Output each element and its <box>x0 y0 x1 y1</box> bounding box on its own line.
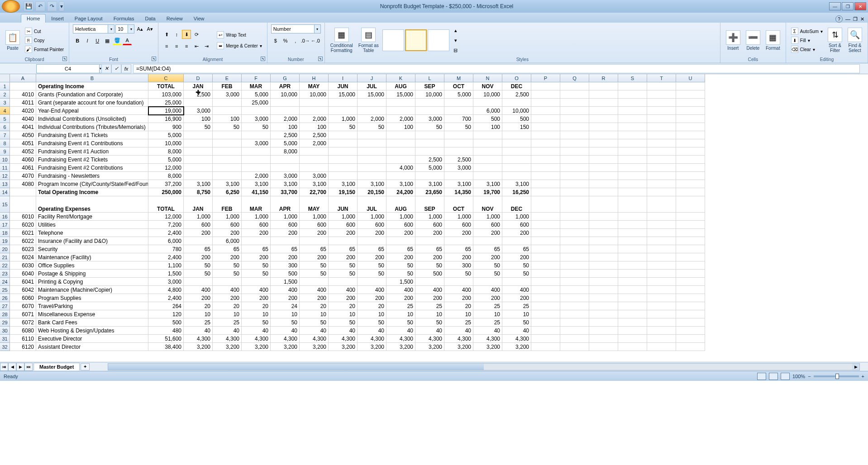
font-size-combo[interactable]: ▾ <box>115 24 134 33</box>
cell[interactable]: 8,000 <box>271 147 300 156</box>
cell[interactable]: 40 <box>358 327 386 335</box>
zoom-in-icon[interactable]: + <box>862 374 864 379</box>
row-header[interactable]: 1 <box>0 82 10 90</box>
cell[interactable] <box>676 90 705 99</box>
chevron-down-icon[interactable]: ▾ <box>315 24 321 33</box>
cell[interactable] <box>213 139 242 147</box>
cell[interactable]: 4,300 <box>213 335 242 343</box>
cell[interactable] <box>676 123 705 131</box>
cell[interactable]: 200 <box>300 229 329 237</box>
cell[interactable]: 200 <box>473 294 502 302</box>
cell[interactable]: 200 <box>415 253 444 261</box>
gallery-more-icon[interactable]: ⊟ <box>451 46 460 55</box>
page-break-view-icon[interactable] <box>781 373 790 380</box>
chevron-down-icon[interactable]: ▾ <box>108 24 114 33</box>
ribbon-minimize-icon[interactable]: — <box>845 16 850 22</box>
increase-indent-icon[interactable]: ⇥ <box>202 42 211 51</box>
cell[interactable] <box>531 172 560 180</box>
cell[interactable] <box>618 253 647 261</box>
cell[interactable] <box>560 294 589 302</box>
cell[interactable] <box>589 343 618 351</box>
cell[interactable]: 3,000 <box>184 107 213 115</box>
cell[interactable]: 10 <box>473 310 502 318</box>
cell[interactable] <box>560 156 589 164</box>
cell[interactable] <box>589 180 618 188</box>
cell[interactable]: 50 <box>271 318 300 327</box>
cell[interactable]: 6023 <box>10 245 36 253</box>
cell[interactable]: 3,200 <box>213 343 242 351</box>
cell[interactable]: 4011 <box>10 99 36 107</box>
cell[interactable] <box>531 156 560 164</box>
row-header[interactable]: 29 <box>0 318 10 327</box>
cell[interactable]: Security <box>36 245 148 253</box>
clear-button[interactable]: ⌫Clear▾ <box>790 45 824 53</box>
cell[interactable]: 4,800 <box>148 286 184 294</box>
cell[interactable]: 3,000 <box>300 172 329 180</box>
cell[interactable]: 3,000 <box>415 115 444 123</box>
cell[interactable]: 2,400 <box>148 294 184 302</box>
cell[interactable]: 4,000 <box>386 164 415 172</box>
tab-view[interactable]: View <box>188 14 210 23</box>
select-all-corner[interactable] <box>0 74 10 82</box>
cell[interactable]: 50 <box>242 261 271 270</box>
cell[interactable] <box>300 99 329 107</box>
cell[interactable]: MAY <box>300 196 329 213</box>
font-color-button[interactable]: A <box>123 36 132 45</box>
cell[interactable] <box>647 90 676 99</box>
sort-filter-button[interactable]: ⇅Sort & Filter <box>826 27 844 54</box>
cell[interactable]: 600 <box>300 221 329 229</box>
cell[interactable] <box>531 123 560 131</box>
cell[interactable]: 3,200 <box>358 343 386 351</box>
cell[interactable] <box>531 196 560 213</box>
cell[interactable] <box>10 82 36 90</box>
style-swatch[interactable] <box>428 29 449 51</box>
cell[interactable] <box>329 131 358 139</box>
cell[interactable]: 600 <box>329 221 358 229</box>
cell[interactable]: 4040 <box>10 115 36 123</box>
insert-cells-button[interactable]: ➕Insert <box>724 29 742 52</box>
cell[interactable] <box>618 294 647 302</box>
cell[interactable]: 19,150 <box>329 188 358 196</box>
first-sheet-icon[interactable]: ⏮ <box>0 363 8 371</box>
cell[interactable]: 4,300 <box>415 335 444 343</box>
cell[interactable]: 5,000 <box>444 90 473 99</box>
cell[interactable]: 1,000 <box>329 115 358 123</box>
cell[interactable]: 200 <box>502 229 531 237</box>
row-header[interactable]: 5 <box>0 115 10 123</box>
cell[interactable] <box>618 327 647 335</box>
cell[interactable] <box>415 278 444 286</box>
cell[interactable]: 3,200 <box>300 343 329 351</box>
row-header[interactable]: 4 <box>0 107 10 115</box>
cell[interactable]: 50 <box>358 270 386 278</box>
cell[interactable]: 300 <box>271 261 300 270</box>
cell[interactable] <box>560 107 589 115</box>
cell[interactable]: 6080 <box>10 327 36 335</box>
cell[interactable]: 4,300 <box>300 335 329 343</box>
cell[interactable] <box>618 343 647 351</box>
cell[interactable]: 1,000 <box>213 213 242 221</box>
cell[interactable]: 100 <box>300 123 329 131</box>
currency-icon[interactable]: $ <box>271 36 280 45</box>
cell[interactable]: 50 <box>300 318 329 327</box>
cell[interactable]: 4050 <box>10 131 36 139</box>
help-icon[interactable]: ? <box>835 15 843 23</box>
cell[interactable]: 200 <box>386 253 415 261</box>
cell[interactable]: 37,200 <box>148 180 184 188</box>
cell[interactable]: Operating Expenses <box>36 196 148 213</box>
last-sheet-icon[interactable]: ⏭ <box>24 363 33 371</box>
row-header[interactable]: 24 <box>0 278 10 286</box>
cell[interactable]: 400 <box>415 286 444 294</box>
cell[interactable]: 2,000 <box>300 139 329 147</box>
cell[interactable]: 10,000 <box>473 90 502 99</box>
cell[interactable]: 22,700 <box>300 188 329 196</box>
cell[interactable]: 10 <box>213 310 242 318</box>
cell[interactable]: 500 <box>415 270 444 278</box>
cell[interactable]: 400 <box>444 286 473 294</box>
cell[interactable]: 10 <box>386 310 415 318</box>
cell[interactable] <box>589 294 618 302</box>
cell[interactable]: JUN <box>329 196 358 213</box>
cell[interactable] <box>531 327 560 335</box>
cell[interactable]: 10,000 <box>148 139 184 147</box>
cell[interactable]: JUL <box>358 196 386 213</box>
cell[interactable] <box>647 82 676 90</box>
